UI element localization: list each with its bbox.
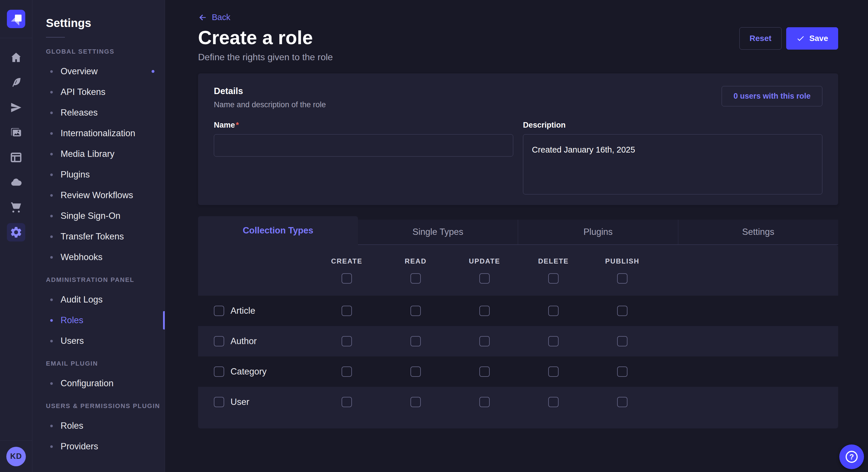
column-delete: DELETE: [519, 257, 588, 283]
tab-collection-types[interactable]: Collection Types: [198, 216, 358, 245]
bullet-icon: [50, 215, 53, 217]
author-create-checkbox[interactable]: [342, 336, 352, 346]
user-delete-checkbox[interactable]: [548, 397, 559, 407]
sidebar-title-divider: [46, 37, 65, 38]
user-read-checkbox[interactable]: [410, 397, 421, 407]
strapi-logo-icon[interactable]: [7, 10, 25, 28]
sidebar-item-review-workflows[interactable]: Review Workflows: [32, 185, 165, 206]
select-all-create-checkbox[interactable]: [342, 273, 352, 283]
row-select-checkbox[interactable]: [214, 336, 224, 346]
main-nav-rail: KD: [0, 0, 32, 472]
category-delete-checkbox[interactable]: [548, 367, 559, 377]
row-label-cell: Author: [198, 336, 312, 346]
description-textarea[interactable]: Created January 16th, 2025: [523, 134, 823, 194]
sidebar-item-users[interactable]: Users: [32, 331, 165, 351]
tab-single-types[interactable]: Single Types: [358, 220, 518, 245]
sidebar-item-webhooks[interactable]: Webhooks: [32, 247, 165, 268]
sidebar-item-internationalization[interactable]: Internationalization: [32, 123, 165, 144]
row-select-checkbox[interactable]: [214, 306, 224, 316]
cloud-icon[interactable]: [0, 170, 32, 195]
tab-plugins[interactable]: Plugins: [518, 220, 678, 245]
article-create-checkbox[interactable]: [342, 306, 352, 316]
sidebar-item-configuration[interactable]: Configuration: [32, 373, 165, 394]
permissions-tabs: Collection Types Single Types Plugins Se…: [198, 216, 838, 245]
sidebar-item-providers[interactable]: Providers: [32, 436, 165, 457]
deploy-send-icon[interactable]: [0, 95, 32, 120]
settings-sidebar: Settings GLOBAL SETTINGS Overview API To…: [32, 0, 165, 472]
article-delete-checkbox[interactable]: [548, 306, 559, 316]
article-read-checkbox[interactable]: [410, 306, 421, 316]
details-title: Details: [214, 86, 326, 96]
content-manager-icon[interactable]: [0, 145, 32, 170]
save-button[interactable]: Save: [786, 27, 838, 49]
page-header-text: Create a role Define the rights given to…: [198, 26, 333, 63]
name-input[interactable]: [214, 134, 513, 157]
main-content: Back Create a role Define the rights giv…: [165, 0, 868, 472]
tab-settings[interactable]: Settings: [678, 220, 838, 245]
sidebar-item-roles-up[interactable]: Roles: [32, 415, 165, 436]
article-publish-checkbox[interactable]: [617, 306, 627, 316]
name-label: Name*: [214, 121, 239, 129]
bullet-icon: [50, 235, 53, 238]
sidebar-item-roles-admin[interactable]: Roles: [32, 310, 165, 331]
page-subtitle: Define the rights given to the role: [198, 52, 333, 63]
author-publish-checkbox[interactable]: [617, 336, 627, 346]
sidebar-item-api-tokens[interactable]: API Tokens: [32, 82, 165, 102]
author-update-checkbox[interactable]: [479, 336, 490, 346]
user-publish-checkbox[interactable]: [617, 397, 627, 407]
description-label: Description: [523, 121, 566, 129]
content-builder-quill-icon[interactable]: [0, 70, 32, 95]
table-row-user: User: [198, 387, 838, 417]
user-avatar[interactable]: KD: [6, 447, 26, 466]
sidebar-item-transfer-tokens[interactable]: Transfer Tokens: [32, 226, 165, 247]
bullet-icon: [50, 425, 53, 427]
page-title: Create a role: [198, 26, 333, 49]
select-all-delete-checkbox[interactable]: [548, 273, 559, 283]
author-delete-checkbox[interactable]: [548, 336, 559, 346]
description-field-group: Description Created January 16th, 2025: [523, 121, 823, 196]
user-create-checkbox[interactable]: [342, 397, 352, 407]
category-read-checkbox[interactable]: [410, 367, 421, 377]
row-select-checkbox[interactable]: [214, 367, 224, 377]
bullet-icon: [50, 153, 53, 156]
article-update-checkbox[interactable]: [479, 306, 490, 316]
home-icon[interactable]: [0, 45, 32, 70]
sidebar-item-overview[interactable]: Overview: [32, 61, 165, 82]
select-all-update-checkbox[interactable]: [479, 273, 490, 283]
category-update-checkbox[interactable]: [479, 367, 490, 377]
details-card-titles: Details Name and description of the role: [214, 86, 326, 109]
bullet-icon: [50, 111, 53, 114]
bullet-icon: [50, 319, 53, 322]
sidebar-item-single-sign-on[interactable]: Single Sign-On: [32, 206, 165, 226]
sidebar-item-media-library[interactable]: Media Library: [32, 144, 165, 164]
bullet-icon: [50, 382, 53, 385]
table-row-author: Author: [198, 326, 838, 357]
settings-gear-icon[interactable]: [0, 220, 32, 245]
reset-button[interactable]: Reset: [739, 27, 781, 49]
details-card: Details Name and description of the role…: [198, 73, 838, 205]
section-email-plugin: EMAIL PLUGIN: [46, 360, 165, 367]
help-button[interactable]: ?: [839, 444, 864, 469]
users-with-role-button[interactable]: 0 users with this role: [722, 86, 823, 106]
category-create-checkbox[interactable]: [342, 367, 352, 377]
sidebar-item-audit-logs[interactable]: Audit Logs: [32, 289, 165, 310]
back-link[interactable]: Back: [198, 0, 230, 22]
details-card-header: Details Name and description of the role…: [214, 86, 823, 109]
sidebar-title: Settings: [46, 16, 165, 30]
bullet-icon: [50, 340, 53, 342]
sidebar-item-releases[interactable]: Releases: [32, 102, 165, 123]
notification-dot-icon: [152, 70, 154, 73]
strapi-glyph: [7, 10, 25, 28]
section-global-settings: GLOBAL SETTINGS: [46, 48, 165, 55]
author-read-checkbox[interactable]: [410, 336, 421, 346]
column-create: CREATE: [312, 257, 381, 283]
bullet-icon: [50, 194, 53, 197]
sidebar-item-plugins[interactable]: Plugins: [32, 164, 165, 185]
marketplace-cart-icon[interactable]: [0, 195, 32, 220]
user-update-checkbox[interactable]: [479, 397, 490, 407]
media-library-icon[interactable]: [0, 120, 32, 145]
select-all-publish-checkbox[interactable]: [617, 273, 627, 283]
select-all-read-checkbox[interactable]: [410, 273, 421, 283]
category-publish-checkbox[interactable]: [617, 367, 627, 377]
row-select-checkbox[interactable]: [214, 397, 224, 407]
